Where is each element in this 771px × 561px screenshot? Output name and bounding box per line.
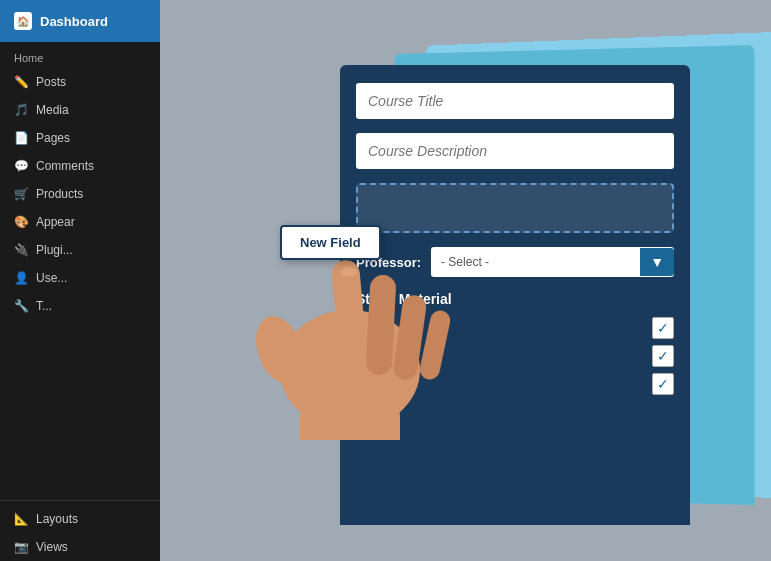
pens-checkbox[interactable]: ✓ [652, 345, 674, 367]
study-item-books: Books ✓ [356, 317, 674, 339]
new-field-label: New Field [300, 235, 361, 250]
sidebar-item-label: Media [36, 103, 69, 117]
sidebar-title: Dashboard [40, 14, 108, 29]
sidebar-item-label: T... [36, 299, 52, 313]
products-icon: 🛒 [14, 187, 28, 201]
sidebar-item-posts[interactable]: ✏️ Posts [0, 68, 160, 96]
sidebar-item-label: Products [36, 187, 83, 201]
study-item-books-label: Books [356, 321, 389, 335]
sidebar-item-pages[interactable]: 📄 Pages [0, 124, 160, 152]
sidebar: 🏠 Dashboard Home ✏️ Posts 🎵 Media 📄 Page… [0, 0, 160, 561]
pages-icon: 📄 [14, 131, 28, 145]
sidebar-item-label: Use... [36, 271, 67, 285]
sidebar-item-users[interactable]: 👤 Use... [0, 264, 160, 292]
svg-point-1 [247, 310, 312, 391]
professor-row: Professor: - Select - ▼ [356, 247, 674, 277]
sidebar-item-views[interactable]: 📷 Views [0, 533, 160, 561]
sidebar-item-products[interactable]: 🛒 Products [0, 180, 160, 208]
laptop-checkbox[interactable]: ✓ [652, 373, 674, 395]
sidebar-item-appearance[interactable]: 🎨 Appear [0, 208, 160, 236]
study-item-pens-label: Pens [356, 349, 383, 363]
main-content: Courses Faculty Events [160, 0, 771, 561]
select-arrow-icon: ▼ [640, 248, 674, 276]
comments-icon: 💬 [14, 159, 28, 173]
dashboard-icon: 🏠 [14, 12, 32, 30]
form-content: Professor: - Select - ▼ Study Material B… [340, 65, 690, 419]
appearance-icon: 🎨 [14, 215, 28, 229]
course-title-input[interactable] [356, 83, 674, 119]
study-item-laptop: Laptop ✓ [356, 373, 674, 395]
sidebar-item-media[interactable]: 🎵 Media [0, 96, 160, 124]
study-item-laptop-label: Laptop [356, 377, 393, 391]
sidebar-item-label: Posts [36, 75, 66, 89]
layouts-icon: 📐 [14, 512, 28, 526]
sidebar-item-label: Views [36, 540, 68, 554]
professor-select-value: - Select - [431, 247, 636, 277]
screenshot-frame: 🏠 Dashboard Home ✏️ Posts 🎵 Media 📄 Page… [0, 0, 771, 561]
books-checkbox[interactable]: ✓ [652, 317, 674, 339]
media-icon: 🎵 [14, 103, 28, 117]
sidebar-item-layouts[interactable]: 📐 Layouts [0, 505, 160, 533]
professor-select-wrapper[interactable]: - Select - ▼ [431, 247, 674, 277]
course-description-input[interactable] [356, 133, 674, 169]
sidebar-item-plugins[interactable]: 🔌 Plugi... [0, 236, 160, 264]
posts-icon: ✏️ [14, 75, 28, 89]
course-title-field [356, 83, 674, 119]
drag-drop-area[interactable] [356, 183, 674, 233]
users-icon: 👤 [14, 271, 28, 285]
form-panel: Courses Faculty Events [340, 65, 690, 525]
plugins-icon: 🔌 [14, 243, 28, 257]
study-material-label: Study Material [356, 291, 674, 307]
study-item-pens: Pens ✓ [356, 345, 674, 367]
tools-icon: 🔧 [14, 299, 28, 313]
ui-mockup: Courses Faculty Events [240, 30, 751, 541]
sidebar-item-comments[interactable]: 💬 Comments [0, 152, 160, 180]
sidebar-bottom: 📐 Layouts 📷 Views [0, 500, 160, 561]
sidebar-item-label: Comments [36, 159, 94, 173]
home-label: Home [0, 42, 160, 68]
sidebar-item-label: Pages [36, 131, 70, 145]
views-icon: 📷 [14, 540, 28, 554]
course-description-field [356, 133, 674, 169]
sidebar-header[interactable]: 🏠 Dashboard [0, 0, 160, 42]
sidebar-item-label: Layouts [36, 512, 78, 526]
sidebar-item-tools[interactable]: 🔧 T... [0, 292, 160, 320]
sidebar-item-label: Plugi... [36, 243, 73, 257]
new-field-card[interactable]: New Field [280, 225, 381, 260]
sidebar-item-label: Appear [36, 215, 75, 229]
